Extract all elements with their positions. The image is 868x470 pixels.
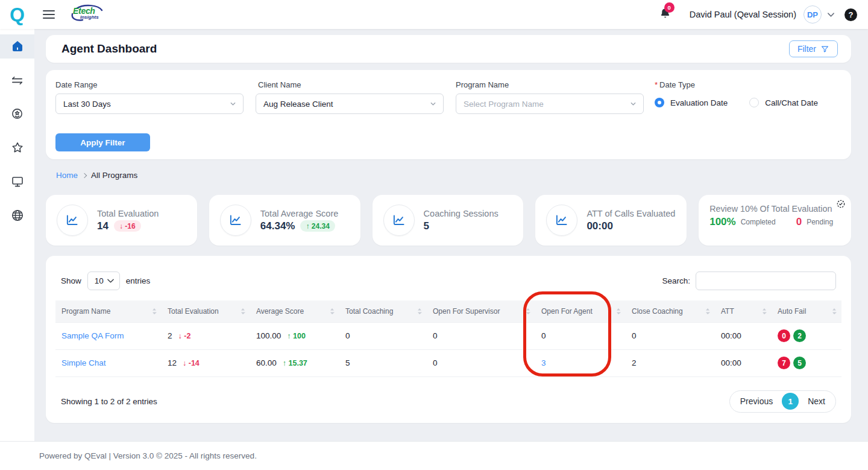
search-label: Search:: [662, 276, 690, 285]
current-page-button[interactable]: 1: [782, 393, 799, 410]
column-header-program-name[interactable]: Program Name: [55, 300, 162, 322]
open-for-supervisor-value: 0: [433, 331, 438, 340]
sort-icon: [330, 308, 335, 315]
user-name-label: David Paul (Qeval Session): [690, 10, 796, 19]
pending-count: 0: [796, 216, 802, 228]
chevron-down-icon: [107, 279, 114, 283]
stat-title: Coaching Sessions: [424, 209, 498, 218]
call-chat-date-radio-label[interactable]: Call/Chat Date: [765, 98, 818, 107]
user-menu-chevron-down-icon[interactable]: [827, 12, 835, 17]
notification-bell-button[interactable]: 0: [659, 7, 671, 22]
open-for-agent-value: 0: [541, 331, 546, 340]
monitor-icon: [10, 174, 25, 189]
chevron-down-icon: [631, 102, 636, 106]
pagination: Previous 1 Next: [729, 390, 836, 413]
program-name-placeholder: Select Program Name: [464, 100, 544, 109]
breadcrumb-current-page: All Programs: [91, 171, 137, 180]
sidebar-item-favorites[interactable]: [0, 136, 34, 160]
sort-icon: [526, 308, 530, 315]
stat-value: 00:00: [587, 220, 612, 232]
page-size-value: 10: [95, 276, 104, 285]
qeval-logo-glyph: Q: [10, 5, 25, 24]
average-score-delta: ↑ 100: [287, 332, 306, 340]
sidebar-item-member[interactable]: [0, 102, 34, 126]
client-name-select[interactable]: Aug Release Client: [256, 94, 444, 114]
filter-panel: Date Range Last 30 Days Client Name Aug …: [46, 70, 851, 159]
chevron-down-icon: [230, 102, 236, 106]
sidebar-item-global[interactable]: [0, 203, 34, 227]
stat-title: ATT of Calls Evaluated: [587, 209, 675, 218]
stat-card-total-evaluation: Total Evaluation 14 ↓ -16: [46, 195, 197, 246]
date-range-select[interactable]: Last 30 Days: [55, 94, 244, 114]
table-row: Sample QA Form 2↓ -2 100.00↑ 100 0 0 0 0…: [55, 322, 841, 349]
stat-title: Review 10% Of Total Evaluation: [709, 204, 841, 214]
stat-cards-row: Total Evaluation 14 ↓ -16 Total Average …: [46, 195, 851, 246]
close-coaching-value: 2: [632, 358, 637, 367]
chevron-down-icon: [430, 102, 436, 106]
close-coaching-value: 0: [632, 331, 637, 340]
stat-title: Total Evaluation: [97, 209, 159, 218]
breadcrumb-home-link[interactable]: Home: [56, 171, 78, 180]
call-chat-date-radio[interactable]: [749, 98, 759, 107]
client-name-label: Client Name: [258, 80, 301, 89]
total-evaluation-value: 2: [168, 331, 172, 340]
client-name-value: Aug Release Client: [263, 100, 333, 109]
user-avatar[interactable]: DP: [804, 5, 822, 24]
sort-icon: [417, 308, 422, 315]
auto-fail-red-badge: 7: [778, 357, 790, 369]
auto-fail-green-badge: 5: [793, 357, 806, 369]
column-header-total-coaching[interactable]: Total Coaching: [339, 300, 427, 322]
program-link[interactable]: Simple Chat: [61, 358, 106, 367]
open-for-supervisor-value: 0: [433, 358, 438, 367]
apply-filter-button[interactable]: Apply Filter: [55, 133, 150, 151]
page-size-select[interactable]: 10: [87, 272, 120, 290]
date-range-value: Last 30 Days: [63, 100, 111, 109]
date-range-label: Date Range: [55, 80, 97, 89]
footer-copyright-text: Powered by QEval | Version 3.0 © 2025 - …: [39, 451, 257, 460]
column-header-average-score[interactable]: Average Score: [250, 300, 339, 322]
evaluation-date-radio[interactable]: [655, 98, 664, 107]
att-value: 00:00: [721, 331, 741, 340]
search-input[interactable]: [696, 272, 836, 290]
sidebar-item-home[interactable]: [0, 34, 34, 59]
average-score-delta: ↑ 15.37: [283, 359, 307, 367]
program-name-select[interactable]: Select Program Name: [456, 94, 644, 114]
sort-icon: [705, 308, 710, 315]
column-header-att[interactable]: ATT: [715, 300, 772, 322]
page-title: Agent Dashboard: [61, 42, 157, 56]
next-page-button[interactable]: Next: [808, 396, 825, 406]
programs-table: Program Name Total Evaluation Average Sc…: [55, 300, 841, 377]
transfer-arrows-icon: [10, 74, 24, 87]
column-header-open-for-agent[interactable]: Open For Agent: [535, 300, 626, 322]
star-icon: [10, 141, 25, 155]
sidebar-item-transfer[interactable]: [0, 68, 34, 92]
program-link[interactable]: Sample QA Form: [61, 331, 124, 340]
review-check-icon: [836, 199, 846, 211]
previous-page-button[interactable]: Previous: [740, 396, 773, 406]
stat-card-review-10-percent: Review 10% Of Total Evaluation 100% Comp…: [699, 195, 851, 246]
att-value: 00:00: [721, 358, 741, 367]
sidebar-item-monitor[interactable]: [0, 170, 34, 194]
filter-button[interactable]: Filter: [789, 40, 838, 57]
entries-label: entries: [126, 276, 151, 285]
table-row: Simple Chat 12↓ -14 60.00↑ 15.37 5 0 3 2…: [55, 349, 841, 376]
stat-title: Total Average Score: [260, 209, 339, 218]
sort-icon: [241, 308, 245, 315]
evaluation-date-radio-label[interactable]: Evaluation Date: [670, 98, 728, 107]
total-coaching-value: 0: [345, 331, 350, 340]
hamburger-menu-icon[interactable]: [43, 10, 55, 19]
total-evaluation-delta: ↓ -14: [183, 359, 200, 367]
column-header-close-coaching[interactable]: Close Coaching: [626, 300, 715, 322]
stat-delta-badge: ↓ -16: [114, 220, 141, 232]
column-header-total-evaluation[interactable]: Total Evaluation: [162, 300, 250, 322]
help-button[interactable]: ?: [844, 8, 857, 21]
average-score-value: 100.00: [256, 331, 281, 340]
stat-value: 64.34%: [260, 220, 295, 232]
chevron-right-icon: [82, 173, 87, 178]
column-header-auto-fail[interactable]: Auto Fail: [772, 300, 841, 322]
open-for-agent-link[interactable]: 3: [541, 358, 546, 367]
top-navbar: Q Etech Insights 0 David Paul (Qeval Ses…: [0, 0, 868, 29]
stat-delta-badge: ↑ 24.34: [300, 220, 335, 232]
page-header-card: Agent Dashboard Filter: [46, 35, 851, 63]
column-header-open-for-supervisor[interactable]: Open For Supervisor: [427, 300, 535, 322]
